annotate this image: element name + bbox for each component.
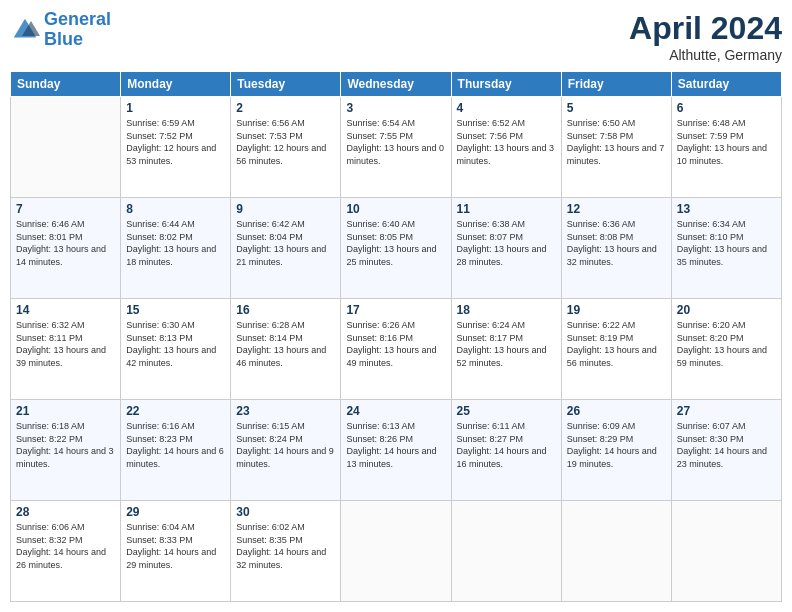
day-number: 18 bbox=[457, 303, 556, 317]
calendar-week-3: 14 Sunrise: 6:32 AM Sunset: 8:11 PM Dayl… bbox=[11, 299, 782, 400]
day-number: 4 bbox=[457, 101, 556, 115]
calendar-cell bbox=[561, 501, 671, 602]
page: General Blue April 2024 Althutte, German… bbox=[0, 0, 792, 612]
day-number: 20 bbox=[677, 303, 776, 317]
calendar-title: April 2024 bbox=[629, 10, 782, 47]
day-info: Sunrise: 6:28 AM Sunset: 8:14 PM Dayligh… bbox=[236, 319, 335, 369]
day-info: Sunrise: 6:38 AM Sunset: 8:07 PM Dayligh… bbox=[457, 218, 556, 268]
day-number: 26 bbox=[567, 404, 666, 418]
day-number: 3 bbox=[346, 101, 445, 115]
calendar-cell: 22 Sunrise: 6:16 AM Sunset: 8:23 PM Dayl… bbox=[121, 400, 231, 501]
calendar-cell: 26 Sunrise: 6:09 AM Sunset: 8:29 PM Dayl… bbox=[561, 400, 671, 501]
day-info: Sunrise: 6:46 AM Sunset: 8:01 PM Dayligh… bbox=[16, 218, 115, 268]
day-info: Sunrise: 6:36 AM Sunset: 8:08 PM Dayligh… bbox=[567, 218, 666, 268]
day-number: 2 bbox=[236, 101, 335, 115]
day-number: 13 bbox=[677, 202, 776, 216]
calendar-cell: 21 Sunrise: 6:18 AM Sunset: 8:22 PM Dayl… bbox=[11, 400, 121, 501]
calendar-cell: 4 Sunrise: 6:52 AM Sunset: 7:56 PM Dayli… bbox=[451, 97, 561, 198]
logo-line1: General bbox=[44, 9, 111, 29]
calendar-week-1: 1 Sunrise: 6:59 AM Sunset: 7:52 PM Dayli… bbox=[11, 97, 782, 198]
calendar-cell: 13 Sunrise: 6:34 AM Sunset: 8:10 PM Dayl… bbox=[671, 198, 781, 299]
day-number: 29 bbox=[126, 505, 225, 519]
calendar-cell: 27 Sunrise: 6:07 AM Sunset: 8:30 PM Dayl… bbox=[671, 400, 781, 501]
calendar-cell: 1 Sunrise: 6:59 AM Sunset: 7:52 PM Dayli… bbox=[121, 97, 231, 198]
day-info: Sunrise: 6:24 AM Sunset: 8:17 PM Dayligh… bbox=[457, 319, 556, 369]
title-block: April 2024 Althutte, Germany bbox=[629, 10, 782, 63]
day-number: 12 bbox=[567, 202, 666, 216]
calendar-cell: 7 Sunrise: 6:46 AM Sunset: 8:01 PM Dayli… bbox=[11, 198, 121, 299]
calendar-week-5: 28 Sunrise: 6:06 AM Sunset: 8:32 PM Dayl… bbox=[11, 501, 782, 602]
col-thursday: Thursday bbox=[451, 72, 561, 97]
calendar-cell: 2 Sunrise: 6:56 AM Sunset: 7:53 PM Dayli… bbox=[231, 97, 341, 198]
calendar-cell: 8 Sunrise: 6:44 AM Sunset: 8:02 PM Dayli… bbox=[121, 198, 231, 299]
day-number: 17 bbox=[346, 303, 445, 317]
col-wednesday: Wednesday bbox=[341, 72, 451, 97]
day-number: 6 bbox=[677, 101, 776, 115]
day-info: Sunrise: 6:34 AM Sunset: 8:10 PM Dayligh… bbox=[677, 218, 776, 268]
calendar-cell: 3 Sunrise: 6:54 AM Sunset: 7:55 PM Dayli… bbox=[341, 97, 451, 198]
calendar-week-4: 21 Sunrise: 6:18 AM Sunset: 8:22 PM Dayl… bbox=[11, 400, 782, 501]
calendar-cell bbox=[451, 501, 561, 602]
day-info: Sunrise: 6:22 AM Sunset: 8:19 PM Dayligh… bbox=[567, 319, 666, 369]
calendar-cell: 9 Sunrise: 6:42 AM Sunset: 8:04 PM Dayli… bbox=[231, 198, 341, 299]
day-info: Sunrise: 6:42 AM Sunset: 8:04 PM Dayligh… bbox=[236, 218, 335, 268]
calendar-cell: 23 Sunrise: 6:15 AM Sunset: 8:24 PM Dayl… bbox=[231, 400, 341, 501]
day-number: 22 bbox=[126, 404, 225, 418]
calendar-cell: 25 Sunrise: 6:11 AM Sunset: 8:27 PM Dayl… bbox=[451, 400, 561, 501]
calendar-cell: 11 Sunrise: 6:38 AM Sunset: 8:07 PM Dayl… bbox=[451, 198, 561, 299]
calendar-cell: 5 Sunrise: 6:50 AM Sunset: 7:58 PM Dayli… bbox=[561, 97, 671, 198]
calendar-cell: 12 Sunrise: 6:36 AM Sunset: 8:08 PM Dayl… bbox=[561, 198, 671, 299]
logo-icon bbox=[10, 15, 40, 45]
day-number: 9 bbox=[236, 202, 335, 216]
day-number: 24 bbox=[346, 404, 445, 418]
day-number: 11 bbox=[457, 202, 556, 216]
day-info: Sunrise: 6:59 AM Sunset: 7:52 PM Dayligh… bbox=[126, 117, 225, 167]
calendar-cell: 6 Sunrise: 6:48 AM Sunset: 7:59 PM Dayli… bbox=[671, 97, 781, 198]
day-info: Sunrise: 6:02 AM Sunset: 8:35 PM Dayligh… bbox=[236, 521, 335, 571]
col-saturday: Saturday bbox=[671, 72, 781, 97]
calendar-cell bbox=[11, 97, 121, 198]
day-number: 28 bbox=[16, 505, 115, 519]
day-info: Sunrise: 6:20 AM Sunset: 8:20 PM Dayligh… bbox=[677, 319, 776, 369]
day-info: Sunrise: 6:54 AM Sunset: 7:55 PM Dayligh… bbox=[346, 117, 445, 167]
calendar-cell: 28 Sunrise: 6:06 AM Sunset: 8:32 PM Dayl… bbox=[11, 501, 121, 602]
calendar-table: Sunday Monday Tuesday Wednesday Thursday… bbox=[10, 71, 782, 602]
day-number: 10 bbox=[346, 202, 445, 216]
calendar-cell: 17 Sunrise: 6:26 AM Sunset: 8:16 PM Dayl… bbox=[341, 299, 451, 400]
day-number: 21 bbox=[16, 404, 115, 418]
day-info: Sunrise: 6:15 AM Sunset: 8:24 PM Dayligh… bbox=[236, 420, 335, 470]
day-number: 30 bbox=[236, 505, 335, 519]
header-row: Sunday Monday Tuesday Wednesday Thursday… bbox=[11, 72, 782, 97]
day-info: Sunrise: 6:44 AM Sunset: 8:02 PM Dayligh… bbox=[126, 218, 225, 268]
day-info: Sunrise: 6:16 AM Sunset: 8:23 PM Dayligh… bbox=[126, 420, 225, 470]
day-number: 8 bbox=[126, 202, 225, 216]
calendar-subtitle: Althutte, Germany bbox=[629, 47, 782, 63]
day-number: 5 bbox=[567, 101, 666, 115]
calendar-cell bbox=[671, 501, 781, 602]
logo: General Blue bbox=[10, 10, 111, 50]
day-info: Sunrise: 6:07 AM Sunset: 8:30 PM Dayligh… bbox=[677, 420, 776, 470]
calendar-cell: 20 Sunrise: 6:20 AM Sunset: 8:20 PM Dayl… bbox=[671, 299, 781, 400]
calendar-cell: 29 Sunrise: 6:04 AM Sunset: 8:33 PM Dayl… bbox=[121, 501, 231, 602]
day-info: Sunrise: 6:11 AM Sunset: 8:27 PM Dayligh… bbox=[457, 420, 556, 470]
day-number: 19 bbox=[567, 303, 666, 317]
col-monday: Monday bbox=[121, 72, 231, 97]
day-info: Sunrise: 6:52 AM Sunset: 7:56 PM Dayligh… bbox=[457, 117, 556, 167]
day-info: Sunrise: 6:13 AM Sunset: 8:26 PM Dayligh… bbox=[346, 420, 445, 470]
day-info: Sunrise: 6:50 AM Sunset: 7:58 PM Dayligh… bbox=[567, 117, 666, 167]
col-friday: Friday bbox=[561, 72, 671, 97]
day-number: 1 bbox=[126, 101, 225, 115]
day-info: Sunrise: 6:26 AM Sunset: 8:16 PM Dayligh… bbox=[346, 319, 445, 369]
day-info: Sunrise: 6:06 AM Sunset: 8:32 PM Dayligh… bbox=[16, 521, 115, 571]
header: General Blue April 2024 Althutte, German… bbox=[10, 10, 782, 63]
day-info: Sunrise: 6:56 AM Sunset: 7:53 PM Dayligh… bbox=[236, 117, 335, 167]
day-info: Sunrise: 6:30 AM Sunset: 8:13 PM Dayligh… bbox=[126, 319, 225, 369]
calendar-cell: 18 Sunrise: 6:24 AM Sunset: 8:17 PM Dayl… bbox=[451, 299, 561, 400]
calendar-cell bbox=[341, 501, 451, 602]
day-info: Sunrise: 6:04 AM Sunset: 8:33 PM Dayligh… bbox=[126, 521, 225, 571]
day-number: 25 bbox=[457, 404, 556, 418]
calendar-cell: 15 Sunrise: 6:30 AM Sunset: 8:13 PM Dayl… bbox=[121, 299, 231, 400]
day-number: 16 bbox=[236, 303, 335, 317]
calendar-cell: 24 Sunrise: 6:13 AM Sunset: 8:26 PM Dayl… bbox=[341, 400, 451, 501]
day-info: Sunrise: 6:18 AM Sunset: 8:22 PM Dayligh… bbox=[16, 420, 115, 470]
